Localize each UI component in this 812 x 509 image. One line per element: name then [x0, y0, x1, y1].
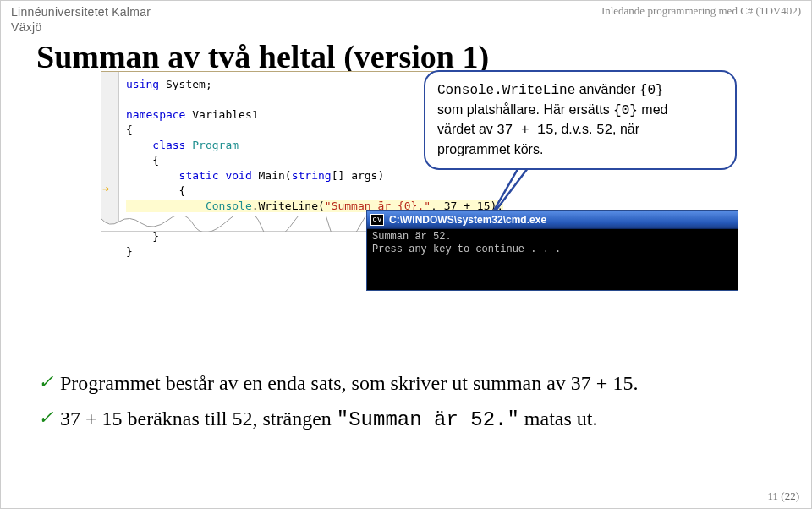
- checkmark-icon: ✓: [38, 369, 53, 396]
- page-number: 11 (22): [768, 490, 799, 503]
- console-title: C:\WINDOWS\system32\cmd.exe: [389, 214, 546, 226]
- console-titlebar: cv C:\WINDOWS\system32\cmd.exe: [367, 211, 738, 229]
- bullet-list: ✓ Programmet består av en enda sats, som…: [38, 369, 774, 441]
- execution-arrow-icon: ➔: [102, 182, 109, 197]
- checkmark-icon: ✓: [38, 405, 53, 431]
- explanation-callout: Console.WriteLine använder {0} som plats…: [424, 70, 737, 170]
- callout-code: Console.WriteLine: [437, 83, 575, 98]
- console-output: Summan är 52. Press any key to continue …: [367, 229, 738, 258]
- bullet-2: ✓ 37 + 15 beräknas till 52, strängen "Su…: [38, 405, 774, 435]
- brand-name: Linnéuniversitetet: [11, 5, 108, 19]
- page-title: Summan av två heltal (version 1): [1, 35, 811, 75]
- code-panel: ➔ using System; namespace Variables1 { c…: [101, 71, 464, 223]
- bullet-1: ✓ Programmet består av en enda sats, som…: [38, 369, 774, 398]
- header: Linnéuniversitetet Kalmar Växjö Inledand…: [1, 1, 811, 35]
- brand-block: Linnéuniversitetet Kalmar Växjö: [11, 4, 151, 35]
- course-label: Inledande programmering med C# (1DV402): [601, 4, 801, 18]
- code-gutter: ➔: [101, 72, 119, 223]
- console-window: cv C:\WINDOWS\system32\cmd.exe Summan är…: [366, 210, 738, 291]
- cmd-icon: cv: [370, 214, 384, 226]
